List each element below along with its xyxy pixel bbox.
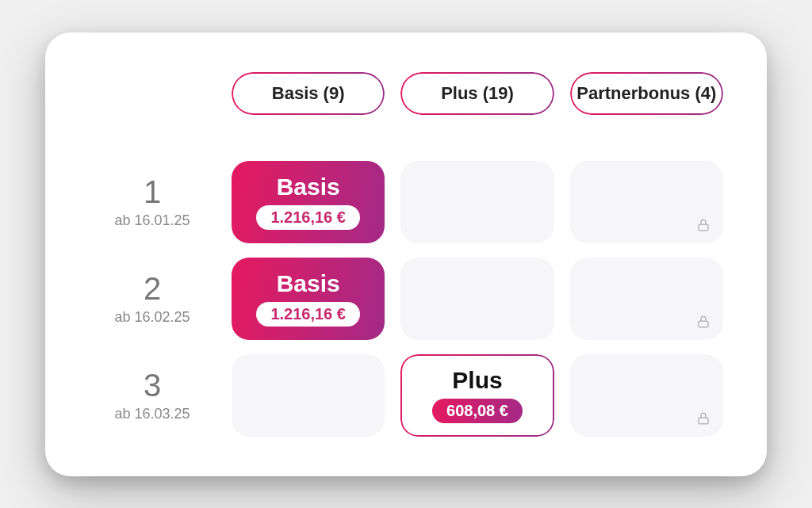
row-number: 2 [89, 271, 216, 306]
lock-icon [696, 218, 710, 232]
col-header-label: Plus (19) [441, 83, 514, 103]
cell-row1-partnerbonus[interactable] [570, 161, 723, 243]
col-header-label: Basis (9) [272, 83, 345, 103]
col-header-plus[interactable]: Plus (19) [400, 72, 553, 115]
svg-rect-1 [699, 321, 708, 327]
row-label-1: 1 ab 16.01.25 [89, 174, 216, 229]
plan-card: Basis (9) Plus (19) Partnerbonus (4) 1 a… [45, 32, 767, 476]
col-header-label: Partnerbonus (4) [576, 83, 716, 103]
plan-grid: Basis (9) Plus (19) Partnerbonus (4) 1 a… [89, 72, 723, 437]
cell-row2-partnerbonus[interactable] [570, 258, 723, 340]
price-pill: 1.216,16 € [256, 302, 360, 327]
row-date: ab 16.01.25 [89, 212, 216, 229]
lock-icon [696, 411, 710, 426]
price-pill: 608,08 € [432, 399, 523, 423]
cell-row1-basis[interactable]: Basis 1.216,16 € [232, 161, 385, 243]
cell-row3-plus[interactable]: Plus 608,08 € [400, 354, 553, 437]
cell-row2-plus[interactable] [400, 258, 553, 340]
row-date: ab 16.02.25 [89, 309, 216, 326]
cell-row1-plus[interactable] [400, 161, 553, 243]
row-label-3: 3 ab 16.03.25 [89, 368, 216, 422]
row-number: 1 [89, 174, 216, 209]
cell-row3-basis[interactable] [232, 354, 385, 437]
lock-icon [696, 315, 710, 329]
cell-row3-partnerbonus[interactable] [570, 354, 723, 437]
cell-title: Plus [452, 367, 502, 394]
col-header-partnerbonus[interactable]: Partnerbonus (4) [570, 72, 723, 115]
row-date: ab 16.03.25 [89, 406, 216, 422]
cell-row2-basis[interactable]: Basis 1.216,16 € [232, 258, 385, 340]
row-number: 3 [89, 368, 216, 403]
cell-title: Basis [277, 174, 340, 201]
col-header-basis[interactable]: Basis (9) [232, 72, 385, 115]
svg-rect-2 [699, 418, 708, 424]
header-gap [89, 129, 723, 147]
row-label-2: 2 ab 16.02.25 [89, 271, 216, 326]
svg-rect-0 [699, 224, 708, 231]
price-pill: 1.216,16 € [256, 205, 360, 230]
cell-title: Basis [277, 270, 340, 297]
